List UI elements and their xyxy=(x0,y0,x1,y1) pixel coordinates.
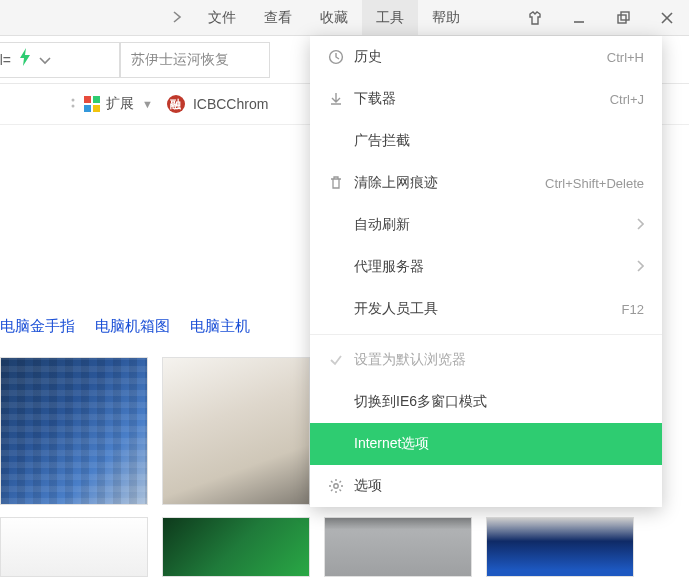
menu-tools[interactable]: 工具 xyxy=(362,0,418,35)
menu-label: 文件 xyxy=(208,9,236,27)
bullet-icon xyxy=(70,96,76,113)
clock-icon xyxy=(324,49,348,65)
svg-point-6 xyxy=(72,104,75,107)
thumbnail[interactable] xyxy=(324,517,472,577)
extensions-dropdown-icon[interactable]: ▼ xyxy=(142,98,153,110)
submenu-arrow-icon xyxy=(636,217,644,233)
menu-item-shortcut: Ctrl+J xyxy=(610,92,644,107)
icbc-icon: 融 xyxy=(167,95,185,113)
menu-separator xyxy=(310,334,662,335)
menu-help[interactable]: 帮助 xyxy=(418,0,474,35)
page-link[interactable]: 电脑机箱图 xyxy=(95,317,170,336)
page-link[interactable]: 电脑金手指 xyxy=(0,317,75,336)
gear-icon xyxy=(324,478,348,494)
menu-label: 帮助 xyxy=(432,9,460,27)
menu-item-adblock[interactable]: 广告拦截 xyxy=(310,120,662,162)
menu-item-default-browser[interactable]: 设置为默认浏览器 xyxy=(310,339,662,381)
menu-item-label: 广告拦截 xyxy=(354,132,644,150)
window-controls xyxy=(513,0,689,35)
menu-view[interactable]: 查看 xyxy=(250,0,306,35)
menu-item-label: 选项 xyxy=(354,477,644,495)
menu-item-downloader[interactable]: 下载器 Ctrl+J xyxy=(310,78,662,120)
menu-label: 工具 xyxy=(376,9,404,27)
thumbnail-row-2 xyxy=(0,517,634,577)
menu-fav[interactable]: 收藏 xyxy=(306,0,362,35)
menu-item-internet-options[interactable]: Internet选项 xyxy=(310,423,662,465)
extensions-icon xyxy=(84,96,100,112)
menu-item-label: 设置为默认浏览器 xyxy=(354,351,644,369)
menu-item-proxy[interactable]: 代理服务器 xyxy=(310,246,662,288)
thumbnail[interactable] xyxy=(0,517,148,577)
tools-menu: 历史 Ctrl+H 下载器 Ctrl+J 广告拦截 清除上网痕迹 Ctrl+Sh… xyxy=(310,36,662,507)
extensions-button[interactable]: 扩展 xyxy=(106,95,134,113)
menu-item-label: 历史 xyxy=(354,48,607,66)
menu-bar: 文件 查看 收藏 工具 帮助 xyxy=(0,0,689,36)
submenu-arrow-icon xyxy=(636,259,644,275)
thumbnail-row xyxy=(0,357,310,505)
menu-item-shortcut: Ctrl+Shift+Delete xyxy=(545,176,644,191)
menu-item-label: Internet选项 xyxy=(354,435,644,453)
menu-item-history[interactable]: 历史 Ctrl+H xyxy=(310,36,662,78)
close-button[interactable] xyxy=(645,0,689,35)
thumbnail[interactable] xyxy=(486,517,634,577)
search-input[interactable]: 苏伊士运河恢复 xyxy=(120,42,270,78)
chevron-right-icon xyxy=(160,10,194,26)
menu-item-ie6-mode[interactable]: 切换到IE6多窗口模式 xyxy=(310,381,662,423)
menu-item-label: 清除上网痕迹 xyxy=(354,174,545,192)
thumbnail[interactable] xyxy=(0,357,148,505)
menu-label: 查看 xyxy=(264,9,292,27)
download-icon xyxy=(324,91,348,107)
menu-item-label: 自动刷新 xyxy=(354,216,636,234)
thumbnail[interactable] xyxy=(162,357,310,505)
url-text: f-8&cl= xyxy=(0,52,11,68)
maximize-button[interactable] xyxy=(601,0,645,35)
menu-item-auto-refresh[interactable]: 自动刷新 xyxy=(310,204,662,246)
lightning-icon xyxy=(19,48,31,71)
menu-item-devtools[interactable]: 开发人员工具 F12 xyxy=(310,288,662,330)
menu-item-options[interactable]: 选项 xyxy=(310,465,662,507)
thumbnail[interactable] xyxy=(162,517,310,577)
icbc-plugin-label[interactable]: ICBCChrom xyxy=(193,96,268,112)
skin-button[interactable] xyxy=(513,0,557,35)
trash-icon xyxy=(324,175,348,191)
menu-item-label: 下载器 xyxy=(354,90,610,108)
related-links: 电脑金手指 电脑机箱图 电脑主机 xyxy=(0,317,250,336)
page-link[interactable]: 电脑主机 xyxy=(190,317,250,336)
minimize-button[interactable] xyxy=(557,0,601,35)
menu-item-shortcut: F12 xyxy=(622,302,644,317)
svg-point-5 xyxy=(72,98,75,101)
url-dropdown-icon[interactable] xyxy=(39,52,51,68)
menu-item-label: 切换到IE6多窗口模式 xyxy=(354,393,644,411)
svg-point-8 xyxy=(334,484,338,488)
menu-item-shortcut: Ctrl+H xyxy=(607,50,644,65)
svg-rect-1 xyxy=(618,15,626,23)
url-input[interactable]: f-8&cl= xyxy=(0,42,120,78)
search-placeholder: 苏伊士运河恢复 xyxy=(131,51,229,69)
menu-item-label: 代理服务器 xyxy=(354,258,636,276)
menu-item-clear-traces[interactable]: 清除上网痕迹 Ctrl+Shift+Delete xyxy=(310,162,662,204)
menu-item-label: 开发人员工具 xyxy=(354,300,622,318)
menu-label: 收藏 xyxy=(320,9,348,27)
menu-file[interactable]: 文件 xyxy=(194,0,250,35)
svg-rect-2 xyxy=(621,12,629,20)
check-icon xyxy=(324,352,348,368)
